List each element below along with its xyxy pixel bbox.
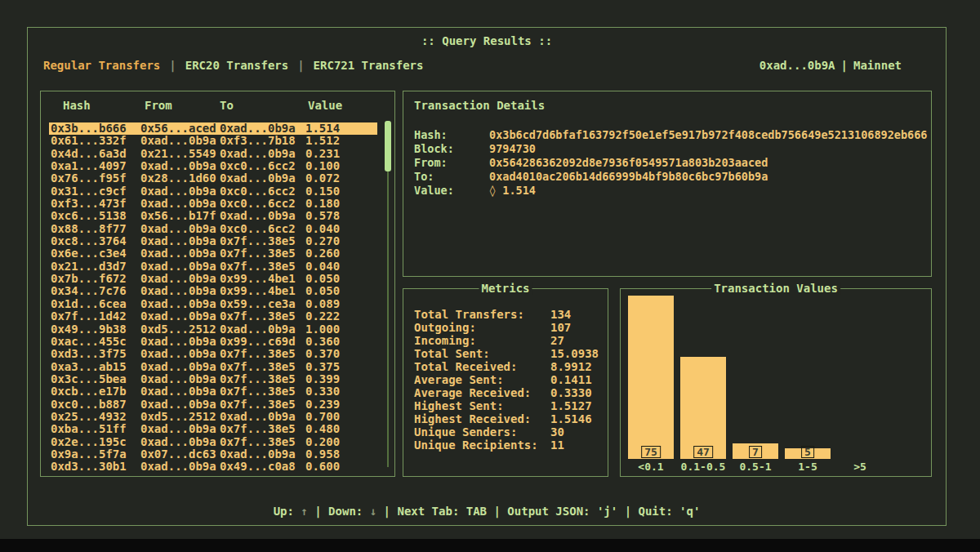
cell-hash: 0xd3...3f75 [51, 348, 140, 360]
hint-up: Up: [274, 505, 294, 518]
x-axis-label: >5 [837, 461, 883, 473]
table-row[interactable]: 0xc0...b8870xad...0b9a0x7f...38e50.239 [49, 398, 377, 411]
table-row[interactable]: 0xc6...51380x56...b17f0xad...0b9a0.578 [49, 210, 377, 222]
cell-hash: 0x2e...195c [51, 436, 140, 448]
cell-to: 0x7f...38e5 [220, 398, 305, 411]
table-row[interactable]: 0x88...8f770xad...0b9a0xc0...6cc20.040 [49, 223, 377, 235]
cell-to: 0x7f...38e5 [220, 260, 305, 273]
table-row[interactable]: 0xac...455c0xad...0b9a0x99...c69d0.360 [49, 336, 377, 348]
scrollbar-thumb[interactable] [385, 121, 391, 171]
bar-slot: 75 [628, 296, 674, 459]
network-label: Mainnet [853, 59, 902, 72]
arrow-down-icon: ↓ [370, 505, 376, 518]
cell-hash: 0x7b...f672 [51, 273, 140, 285]
cell-hash: 0xc6...5138 [51, 210, 140, 222]
table-row[interactable]: 0x61...332f0xad...0b9a0xf3...7b181.512 [49, 135, 377, 147]
cell-value: 0.100 [305, 160, 377, 172]
table-row[interactable]: 0x1d...6cea0xad...0b9a0x59...ce3a0.089 [49, 298, 377, 310]
details-title: Transaction Details [403, 91, 931, 112]
metric-item: Total Received:8.9912 [403, 360, 608, 373]
table-row[interactable]: 0x4d...6a3d0x21...55490xad...0b9a0.231 [49, 148, 377, 160]
terminal-window: :: Query Results :: Regular Transfers|ER… [0, 0, 980, 539]
metric-item: Total Transfers:134 [403, 308, 608, 321]
tab-erc20-transfers[interactable]: ERC20 Transfers [185, 59, 288, 72]
table-row[interactable]: 0x3c...5bea0xad...0b9a0x7f...38e50.399 [49, 373, 377, 385]
cell-value: 0.270 [305, 235, 377, 247]
metric-label: Total Sent: [414, 347, 550, 360]
cell-hash: 0xc8...3764 [51, 235, 140, 247]
metric-value: 0.1411 [550, 373, 608, 386]
x-axis-label: 0.1-0.5 [680, 461, 726, 473]
table-row[interactable]: 0xa1...40970xad...0b9a0xc0...6cc20.100 [49, 160, 377, 172]
detail-field: Block:9794730 [403, 142, 931, 156]
metric-value: 1.5146 [550, 412, 608, 425]
table-row[interactable]: 0x7b...f6720xad...0b9a0x99...4be10.050 [49, 273, 377, 285]
table-row[interactable]: 0x76...f95f0x28...1d600xad...0b9a0.072 [49, 172, 377, 185]
cell-hash: 0x21...d3d7 [51, 260, 140, 273]
bar-<0.1: 75 [628, 296, 674, 459]
cell-from: 0xad...0b9a [140, 336, 220, 348]
table-row[interactable]: 0x9a...5f7a0x07...dc630xad...0b9a0.958 [49, 448, 377, 461]
cell-hash: 0xba...51ff [51, 423, 140, 435]
detail-label: Block: [414, 142, 489, 156]
table-row[interactable]: 0xa3...ab150xad...0b9a0x7f...38e50.375 [49, 361, 377, 373]
table-row[interactable]: 0x25...49320xd5...25120xad...0b9a0.700 [49, 411, 377, 423]
table-row[interactable]: 0x49...9b380xd5...25120xad...0b9a1.000 [49, 323, 377, 336]
cell-from: 0xad...0b9a [140, 260, 220, 273]
metric-label: Unique Senders: [414, 425, 550, 438]
table-row[interactable]: 0x31...c9cf0xad...0b9a0xc0...6cc20.150 [49, 185, 377, 198]
cell-hash: 0x9a...5f7a [51, 448, 140, 461]
hint-quit: Quit: 'q' [639, 505, 701, 518]
table-row[interactable]: 0xd3...3f750xad...0b9a0x7f...38e50.370 [49, 348, 377, 360]
bar-slot: 47 [680, 296, 726, 459]
column-header-hash: Hash [51, 99, 140, 117]
hint-down: Down: [328, 505, 363, 518]
tab-regular-transfers[interactable]: Regular Transfers [43, 59, 160, 72]
hint-output-json: Output JSON: 'j' [507, 505, 617, 518]
account-indicator: 0xad...0b9A|Mainnet [760, 59, 902, 72]
table-row[interactable]: 0x6e...c3e40xad...0b9a0x7f...38e50.260 [49, 247, 377, 260]
app-title: :: Query Results :: [28, 34, 946, 47]
tab-erc721-transfers[interactable]: ERC721 Transfers [314, 59, 424, 72]
cell-to: 0xad...0b9a [220, 210, 305, 222]
table-row[interactable]: 0x3b...b6660x56...aced0xad...0b9a1.514 [49, 122, 377, 135]
table-row[interactable]: 0x34...7c760xad...0b9a0x99...4be10.050 [49, 285, 377, 297]
detail-label: From: [414, 156, 489, 170]
table-row[interactable]: 0xcb...e17b0xad...0b9a0x7f...38e50.330 [49, 385, 377, 398]
scrollbar-track[interactable] [387, 121, 389, 467]
bar-slot [837, 296, 883, 459]
cell-to: 0xf3...7b18 [220, 135, 305, 147]
table-row[interactable]: 0x2e...195c0xad...0b9a0x7f...38e50.200 [49, 436, 377, 448]
hint-next-tab: Next Tab: TAB [397, 505, 487, 518]
cell-from: 0xad...0b9a [140, 273, 220, 285]
cell-hash: 0x61...332f [51, 135, 140, 147]
bar-1-5: 5 [785, 448, 831, 459]
cell-to: 0xc0...6cc2 [220, 198, 305, 210]
metric-label: Unique Recipients: [414, 438, 550, 452]
cell-value: 0.231 [305, 148, 377, 160]
cell-value: 0.330 [305, 385, 377, 398]
cell-hash: 0x7f...1d42 [51, 310, 140, 323]
cell-value: 0.050 [305, 273, 377, 285]
metric-label: Total Received: [414, 360, 550, 373]
metric-item: Outgoing:107 [403, 321, 608, 334]
table-row[interactable]: 0xba...51ff0xad...0b9a0x7f...38e50.480 [49, 423, 377, 435]
table-row[interactable]: 0x7f...1d420xad...0b9a0x7f...38e50.222 [49, 310, 377, 323]
metric-label: Average Received: [414, 386, 550, 399]
bar-value-label: 5 [801, 446, 814, 458]
detail-field: From:0x564286362092d8e7936f0549571a803b2… [403, 156, 931, 170]
metrics-list: Total Transfers:134Outgoing:107Incoming:… [403, 308, 608, 452]
chart-title: Transaction Values [711, 282, 840, 295]
metrics-panel: Metrics Total Transfers:134Outgoing:107I… [403, 288, 608, 477]
table-row[interactable]: 0xf3...473f0xad...0b9a0xc0...6cc20.180 [49, 198, 377, 210]
cell-hash: 0xc0...b887 [51, 398, 140, 411]
table-row[interactable]: 0x21...d3d70xad...0b9a0x7f...38e50.040 [49, 260, 377, 273]
cell-to: 0xc0...6cc2 [220, 185, 305, 198]
bar-chart: 754775 [628, 296, 883, 459]
table-row[interactable]: 0xd3...30b10xad...0b9a0x49...c0a80.600 [49, 461, 377, 473]
table-row[interactable]: 0xc8...37640xad...0b9a0x7f...38e50.270 [49, 235, 377, 247]
x-axis-labels: <0.10.1-0.50.5-11-5>5 [628, 461, 883, 473]
detail-label: To: [414, 170, 489, 184]
cell-from: 0xad...0b9a [140, 398, 220, 411]
cell-to: 0x59...ce3a [220, 298, 305, 310]
